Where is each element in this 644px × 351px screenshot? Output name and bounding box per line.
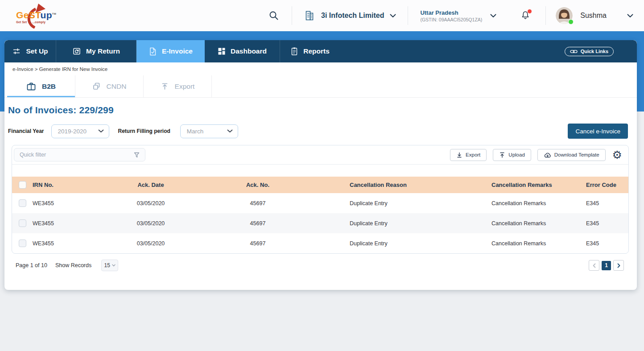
avatar bbox=[556, 7, 573, 24]
column-header-irn[interactable]: IRN No. bbox=[33, 182, 108, 188]
cell-cancellation-remarks: Cancellation Remarks bbox=[465, 200, 574, 206]
pagination-row: Page 1 of 10 Show Records 15 1 bbox=[16, 260, 624, 271]
financial-year-value: 2019-2020 bbox=[58, 128, 87, 135]
nav-item-e-invoice[interactable]: E-Invoice bbox=[136, 40, 205, 62]
breadcrumb: e-Invoice > Generate IRN for New Invoice bbox=[4, 62, 637, 75]
page-info: Page 1 of 10 bbox=[16, 262, 47, 268]
nav-item-set-up[interactable]: Set Up bbox=[4, 40, 56, 62]
building-icon bbox=[304, 10, 315, 21]
column-header-cancellation-remarks[interactable]: Cancellation Remarks bbox=[465, 182, 574, 188]
tab-export[interactable]: Export bbox=[144, 75, 212, 97]
table-row[interactable]: WE3455 03/05/2020 45697 Duplicate Entry … bbox=[12, 233, 628, 253]
upload-arrow-icon bbox=[161, 82, 169, 91]
nav-item-dashboard[interactable]: Dashboard bbox=[205, 40, 280, 62]
row-checkbox[interactable] bbox=[19, 240, 26, 247]
tab-cndn[interactable]: CNDN bbox=[75, 75, 144, 97]
cloud-download-icon bbox=[544, 152, 551, 158]
export-button[interactable]: Export bbox=[450, 149, 487, 161]
chevron-down-icon bbox=[112, 264, 116, 267]
gstin-number: (GSTIN: 09AAACI5205Q1ZA) bbox=[420, 17, 482, 22]
row-checkbox[interactable] bbox=[19, 219, 26, 227]
cell-irn: WE3455 bbox=[33, 220, 108, 227]
tab-b2b[interactable]: B2B bbox=[7, 75, 75, 97]
funnel-icon[interactable] bbox=[133, 151, 140, 159]
quick-filter-field bbox=[14, 148, 145, 161]
nav-item-my-return[interactable]: My Return bbox=[56, 40, 136, 62]
invoice-table-panel: Export Upload Download Template ⚙ bbox=[12, 145, 629, 254]
table-settings-gear-icon[interactable]: ⚙ bbox=[612, 149, 622, 161]
table-toolbar: Export Upload Download Template ⚙ bbox=[12, 145, 628, 165]
search-icon bbox=[268, 10, 279, 21]
download-template-button[interactable]: Download Template bbox=[537, 149, 606, 161]
nav-label: E-Invoice bbox=[162, 47, 193, 55]
column-header-cancellation-reason[interactable]: Cancellation Reason bbox=[322, 182, 465, 188]
user-menu[interactable]: Sushma bbox=[556, 7, 633, 24]
table-header-row: IRN No. Ack. Date Ack. No. Cancellation … bbox=[12, 177, 628, 193]
cell-irn: WE3455 bbox=[33, 240, 108, 247]
content-card: Set Up My Return E-Invoice bbox=[4, 40, 637, 290]
column-header-ack-date[interactable]: Ack. Date bbox=[108, 182, 193, 188]
chevron-down-icon bbox=[227, 129, 233, 133]
nav-item-reports[interactable]: Reports bbox=[280, 40, 340, 62]
select-all-checkbox[interactable] bbox=[19, 181, 26, 189]
cancel-e-invoice-button[interactable]: Cancel e-Invoice bbox=[568, 124, 628, 139]
invoice-count-heading: No of Invoices: 229/299 bbox=[8, 105, 637, 116]
top-header: GeSTupTM Get Set To ...comply 3i Infotec… bbox=[0, 0, 644, 31]
copy-icon bbox=[92, 82, 101, 91]
gstin-location-selector[interactable]: Uttar Pradesh (GSTIN: 09AAACI5205Q1ZA) bbox=[408, 9, 504, 22]
financial-year-select[interactable]: 2019-2020 bbox=[51, 124, 109, 138]
gestup-logo[interactable]: GeSTupTM Get Set To ...comply bbox=[16, 3, 54, 29]
invoice-doc-icon bbox=[149, 47, 157, 56]
nav-label: Dashboard bbox=[231, 47, 267, 55]
document-type-tabs: B2B CNDN Export bbox=[4, 75, 637, 98]
search-button[interactable] bbox=[268, 10, 279, 21]
company-name: 3i Infotech Limited bbox=[321, 12, 384, 20]
page-size-select[interactable]: 15 bbox=[101, 260, 118, 271]
cell-ack-no: 45697 bbox=[193, 240, 322, 247]
upload-button[interactable]: Upload bbox=[493, 149, 531, 161]
cell-ack-no: 45697 bbox=[193, 220, 322, 227]
cell-cancellation-reason: Duplicate Entry bbox=[322, 240, 465, 247]
company-selector[interactable]: 3i Infotech Limited bbox=[292, 10, 408, 21]
cell-cancellation-remarks: Cancellation Remarks bbox=[465, 220, 574, 227]
quick-filter-input[interactable] bbox=[20, 152, 133, 158]
notifications-button[interactable] bbox=[520, 10, 530, 21]
briefcase-icon bbox=[26, 82, 36, 91]
table-row[interactable]: WE3455 03/05/2020 45697 Duplicate Entry … bbox=[12, 193, 628, 213]
column-header-error-code[interactable]: Error Code bbox=[574, 182, 628, 188]
return-period-value: March bbox=[187, 128, 204, 135]
return-icon bbox=[72, 47, 81, 56]
cell-ack-date: 03/05/2020 bbox=[108, 200, 193, 206]
cell-cancellation-reason: Duplicate Entry bbox=[322, 220, 465, 227]
tab-label: CNDN bbox=[107, 83, 127, 91]
sliders-icon bbox=[12, 47, 21, 56]
header-divider bbox=[545, 6, 546, 25]
quick-links-button[interactable]: Quick Links bbox=[565, 47, 614, 56]
financial-year-label: Financial Year bbox=[8, 128, 44, 134]
cell-error-code: E345 bbox=[574, 200, 628, 206]
logo-tagline: Get Set To ...comply bbox=[16, 21, 54, 24]
current-page-indicator[interactable]: 1 bbox=[602, 261, 611, 270]
column-header-ack-no[interactable]: Ack. No. bbox=[193, 182, 322, 188]
download-template-label: Download Template bbox=[554, 152, 599, 157]
nav-label: Set Up bbox=[26, 47, 48, 55]
tab-label: Export bbox=[175, 83, 195, 91]
return-period-select[interactable]: March bbox=[180, 124, 238, 138]
upload-label: Upload bbox=[508, 152, 524, 157]
notification-badge bbox=[528, 9, 532, 13]
prev-page-button[interactable] bbox=[589, 260, 599, 271]
primary-navbar: Set Up My Return E-Invoice bbox=[4, 40, 637, 62]
chevron-left-icon bbox=[592, 263, 596, 268]
logo-text: GeSTupTM bbox=[16, 10, 54, 21]
export-label: Export bbox=[466, 152, 480, 157]
report-icon bbox=[290, 47, 298, 56]
dashboard-grid-icon bbox=[218, 47, 226, 55]
cell-error-code: E345 bbox=[574, 240, 628, 247]
page-size-value: 15 bbox=[104, 262, 110, 268]
next-page-button[interactable] bbox=[613, 260, 624, 271]
cell-cancellation-remarks: Cancellation Remarks bbox=[465, 240, 574, 247]
row-checkbox[interactable] bbox=[19, 199, 26, 207]
return-period-label: Return Filling period bbox=[118, 128, 170, 134]
table-row[interactable]: WE3455 03/05/2020 45697 Duplicate Entry … bbox=[12, 213, 628, 233]
state-name: Uttar Pradesh bbox=[420, 9, 482, 16]
